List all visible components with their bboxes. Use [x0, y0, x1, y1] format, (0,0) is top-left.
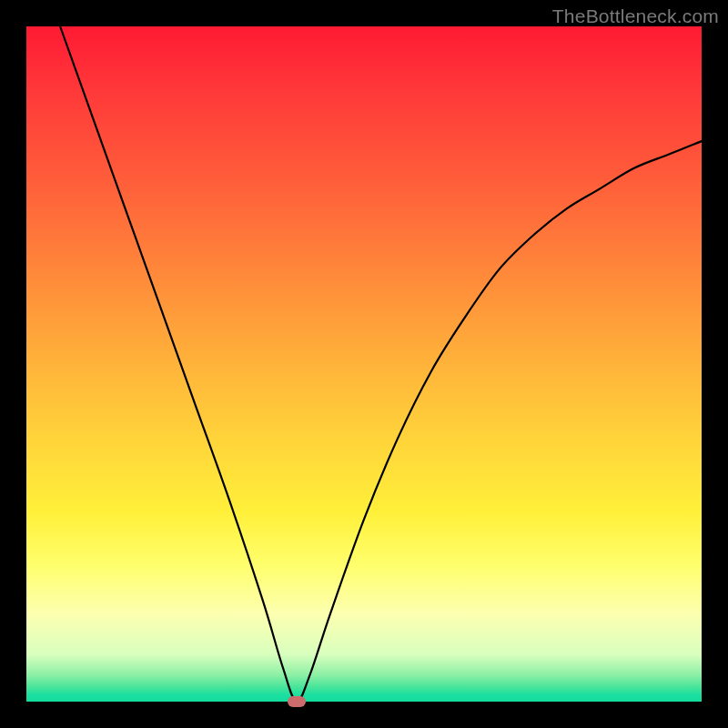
optimal-point-marker — [288, 696, 306, 707]
chart-frame: TheBottleneck.com — [0, 0, 728, 728]
bottleneck-curve — [26, 26, 702, 702]
plot-area — [26, 26, 702, 702]
watermark-text: TheBottleneck.com — [552, 5, 719, 27]
